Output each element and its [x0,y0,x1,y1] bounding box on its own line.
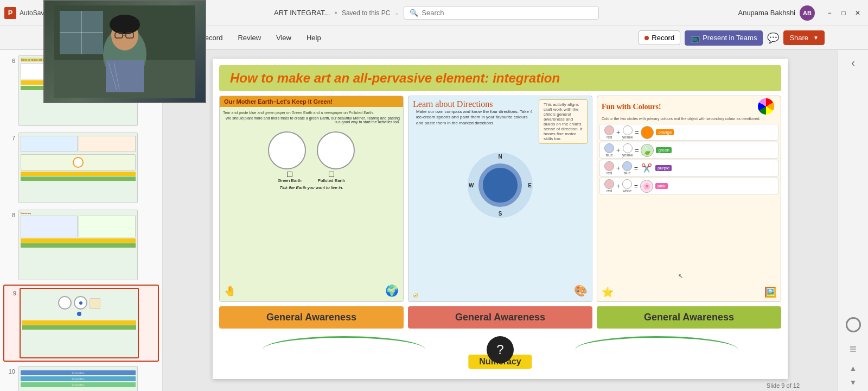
card2-desc: Make our own compass and know the four d… [413,109,537,126]
slide-img-10: Design ideas Design ideas Design ideas [18,366,138,391]
webcam-overlay [43,50,163,103]
card2-title: Learn about Directions [413,99,537,109]
card1-extra: We should plant more and more trees to c… [223,116,400,124]
circle-icon [844,315,863,335]
card2-left: Learn about Directions Make our own comp… [413,99,537,144]
card2-top: Learn about Directions Make our own comp… [409,96,592,147]
colour-row-orange: red + yellow = orange [599,124,778,141]
slide-body: Our Mother Earth–Let's Keep It Green! Te… [219,96,781,302]
slide-img-8: Numeracy [18,210,138,280]
scroll-down-arrow[interactable]: ▼ [850,378,857,387]
search-icon: 🔍 [410,9,418,17]
svg-rect-12 [106,60,144,92]
slide-img-7 [18,133,138,203]
circle-yellow-2 [623,143,633,153]
slide-thumb-7[interactable]: 7 [3,130,159,205]
colour-wheel [758,98,774,115]
checkbox-polluted[interactable] [329,172,334,177]
circle-red-2 [604,161,614,171]
cursor-pointer: ↖ [678,273,683,280]
tag-orange: orange [656,129,674,135]
awareness-btn-1[interactable]: General Awareness [219,306,404,329]
equals-2: = [635,147,639,154]
slide-thumb-9[interactable]: 9 [3,285,159,362]
colour-row-green: blue + yellow = 🍃 green [599,142,778,159]
result-circle-2: 🍃 [641,144,654,157]
record-label: Record [652,34,674,42]
label-yellow-2: yellow [622,153,633,157]
card-directions: Learn about Directions Make our own comp… [408,96,592,302]
card2-note: 🧭 [413,293,418,298]
webcam-video [44,50,163,102]
search-box[interactable]: 🔍 [404,6,599,20]
card1-circles [220,131,403,169]
record-button[interactable]: Record [639,30,680,45]
card3-top: Fun with Colours! [597,96,781,117]
slide-thumb-8[interactable]: 8 Numeracy [3,207,159,282]
tab-review[interactable]: Review [231,30,267,45]
compass-w: W [469,182,474,188]
share-label: Share [789,34,808,42]
slide-area: How to make art an all-pervasive element… [163,50,838,391]
present-teams-button[interactable]: 📺 Present in Teams [685,30,763,46]
circle-blue-1 [604,143,614,153]
circle-white-1 [622,179,632,189]
slide-num-7: 7 [5,133,15,141]
card1-icon: 🌍 [385,284,399,297]
slide-num-9: 9 [7,288,16,297]
equals-4: = [634,182,638,190]
slide-thumb-10[interactable]: 10 Design ideas Design ideas Design idea… [3,364,159,391]
circle-red-1 [604,125,614,135]
card1-header: Our Mother Earth–Let's Keep It Green! [220,96,403,107]
colour-row-purple: red + blue = ✂️ purple [599,160,778,176]
comment-icon[interactable]: 💬 [767,32,779,44]
card3-easel-icon: 🖼️ [764,286,776,298]
hamburger-icon[interactable]: ≡ [847,340,859,358]
numeracy-row: ? Numeracy [219,331,781,369]
circle-polluted-earth [317,131,355,169]
card1-title: Our Mother Earth–Let's Keep It Green! [224,98,333,105]
tab-help[interactable]: Help [300,30,328,45]
slide-container: How to make art an all-pervasive element… [213,59,788,379]
search-input[interactable] [422,9,573,17]
slide-title-bar: How to make art an all-pervasive element… [219,65,781,91]
compass-s: S [499,211,502,217]
card1-description: Tear and paste blue and green paper on G… [223,111,374,115]
slide-title: How to make art an all-pervasive element… [230,71,770,86]
tag-pink: pink [655,183,668,189]
collapse-panel-button[interactable]: ‹ [849,54,857,71]
card3-desc: Colour the two circles with primary colo… [597,117,781,123]
question-circle: ? [487,336,514,363]
checkbox-green[interactable] [287,172,292,177]
label-blue-2: blue [623,171,630,175]
plus-1: + [616,129,620,136]
tab-view[interactable]: View [270,30,298,45]
card-mother-earth: Our Mother Earth–Let's Keep It Green! Te… [219,96,404,302]
slide-panel: 6 How to make art an all-pervasive... [0,50,163,391]
card1-hands-icon: 🤚 [224,285,236,297]
awareness-btn-2[interactable]: General Awareness [408,306,592,329]
scroll-up-arrow[interactable]: ▲ [850,364,857,373]
plus-2: + [616,147,620,154]
colour-row-pink: red + white = 🌸 pink [599,178,778,194]
result-circle-3: ✂️ [640,162,653,175]
compass-n: N [498,154,502,160]
teams-icon: 📺 [691,34,700,42]
result-circle-4: 🌸 [640,180,653,193]
share-caret-icon: ▼ [813,35,819,41]
awareness-row: General Awareness General Awareness Gene… [219,306,781,329]
equals-3: = [634,165,638,172]
close-button[interactable]: ✕ [852,7,864,19]
circle-outline [846,317,861,332]
card3-title-text: Fun with Colours! [602,103,661,111]
user-name: Anupama Bakhshi [738,9,795,17]
maximize-button[interactable]: □ [838,7,850,19]
card3-title: Fun with Colours! [602,102,661,111]
awareness-btn-3[interactable]: General Awareness [597,306,781,329]
tag-purple: purple [655,165,672,171]
minimize-button[interactable]: − [824,7,835,19]
circle-red-3 [604,179,614,189]
tag-green: green [656,147,671,153]
slide-num-8: 8 [5,210,15,218]
share-button[interactable]: Share ▼ [783,30,825,45]
